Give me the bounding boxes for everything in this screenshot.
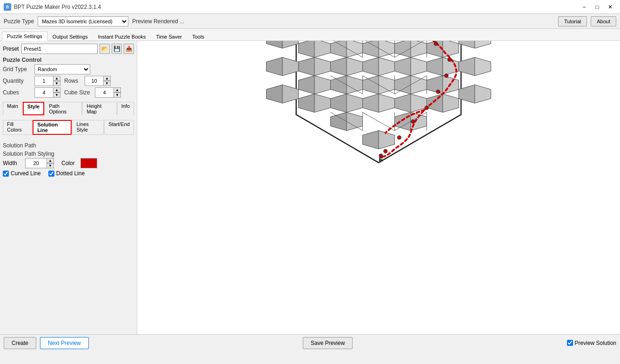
left-panel: Preset 📂 💾 📤 Puzzle Control Grid Type Ra… — [0, 41, 137, 334]
save-preview-button[interactable]: Save Preview — [303, 337, 353, 349]
preview-status: Preview Rendered ... — [132, 18, 184, 25]
width-label: Width — [3, 160, 21, 166]
dotted-line-checkbox[interactable]: Dotted Line — [48, 170, 85, 177]
tab-info[interactable]: Info — [117, 102, 134, 115]
rows-label: Rows — [64, 78, 81, 84]
puzzle-type-label: Puzzle Type — [4, 18, 34, 25]
checkbox-row: Curved Line Dotted Line — [3, 170, 134, 177]
cubes-spinner[interactable]: ▲ ▼ — [34, 87, 60, 98]
rows-spinner[interactable]: ▲ ▼ — [85, 76, 111, 86]
quantity-up[interactable]: ▲ — [53, 76, 60, 81]
about-button[interactable]: About — [591, 16, 616, 26]
inner-tab-strip: Main Style Path Options Height Map Info — [3, 102, 134, 115]
tab-main[interactable]: Main — [3, 102, 22, 115]
cube-size-spinner[interactable]: ▲ ▼ — [95, 87, 121, 98]
tab-puzzle-settings[interactable]: Puzzle Settings — [2, 32, 47, 41]
window-controls[interactable]: − □ ✕ — [578, 2, 616, 12]
tab-output-settings[interactable]: Output Settings — [47, 32, 93, 41]
close-button[interactable]: ✕ — [604, 2, 616, 12]
cubes-up[interactable]: ▲ — [53, 87, 60, 93]
quantity-input[interactable] — [34, 76, 53, 86]
curved-line-check[interactable] — [3, 171, 9, 177]
svg-point-118 — [448, 58, 452, 61]
quantity-spinner[interactable]: ▲ ▼ — [34, 76, 60, 86]
width-color-row: Width ▲ ▼ Color — [3, 158, 134, 168]
canvas-area: S E — [137, 41, 620, 334]
tab-style[interactable]: Style — [23, 102, 44, 115]
bottom-bar: Create Next Preview Save Preview Preview… — [0, 334, 620, 351]
svg-point-123 — [397, 135, 401, 139]
cube-size-input[interactable] — [95, 87, 113, 98]
bottom-right-controls: Preview Solution — [567, 340, 616, 346]
preset-input[interactable] — [21, 44, 98, 54]
subtab-fill-colors[interactable]: Fill Colors — [3, 120, 32, 135]
sub-tab-strip: Fill Colors Solution Line Lines Style St… — [3, 120, 134, 135]
solution-path-label: Solution Path — [3, 142, 134, 149]
tab-time-saver[interactable]: Time Saver — [151, 32, 187, 41]
cube-size-down[interactable]: ▼ — [113, 93, 121, 98]
svg-point-119 — [445, 73, 448, 77]
preset-save-button[interactable]: 💾 — [112, 44, 122, 54]
curved-line-checkbox[interactable]: Curved Line — [3, 170, 41, 177]
preset-row: Preset 📂 💾 📤 — [3, 44, 134, 54]
bottom-left-controls: Create Next Preview — [4, 337, 89, 349]
main-toolbar: Puzzle Type Mazes 3D Isometric (Licensed… — [0, 14, 620, 29]
puzzle-type-select[interactable]: Mazes 3D Isometric (Licensed) — [38, 16, 128, 26]
grid-type-label: Grid Type — [3, 66, 31, 73]
bottom-center: Save Preview — [303, 337, 353, 349]
tab-instant-puzzle-books[interactable]: Instant Puzzle Books — [93, 32, 151, 41]
puzzle-control-section: Puzzle Control Grid Type Random Hexagona… — [3, 57, 134, 99]
maze-preview: S E — [220, 41, 537, 334]
width-input[interactable] — [25, 158, 47, 168]
dotted-line-check[interactable] — [48, 171, 54, 177]
color-picker[interactable] — [80, 158, 97, 168]
menu-tab-strip: Puzzle Settings Output Settings Instant … — [0, 29, 620, 41]
subtab-solution-line[interactable]: Solution Line — [33, 120, 72, 135]
preset-label: Preset — [3, 46, 20, 52]
maximize-button[interactable]: □ — [591, 2, 603, 12]
cubes-cubesize-row: Cubes ▲ ▼ Cube Size ▲ ▼ — [3, 87, 134, 98]
quantity-down[interactable]: ▼ — [53, 81, 60, 86]
cubes-input[interactable] — [34, 87, 53, 98]
subtab-lines-style[interactable]: Lines Style — [72, 120, 104, 135]
quantity-label: Quantity — [3, 78, 31, 84]
preset-open-button[interactable]: 📂 — [100, 44, 110, 54]
grid-type-row: Grid Type Random Hexagonal Square — [3, 64, 134, 74]
preview-solution-check[interactable] — [567, 340, 573, 346]
width-up[interactable]: ▲ — [47, 158, 54, 163]
tutorial-button[interactable]: Tutorial — [558, 16, 587, 26]
app-icon: B — [4, 3, 11, 11]
width-spinner[interactable]: ▲ ▼ — [25, 158, 54, 168]
tab-path-options[interactable]: Path Options — [45, 102, 82, 115]
solution-path-styling-label: Solution Path Styling — [3, 151, 134, 157]
puzzle-control-title: Puzzle Control — [3, 57, 134, 63]
tab-height-map[interactable]: Height Map — [82, 102, 116, 115]
main-layout: Preset 📂 💾 📤 Puzzle Control Grid Type Ra… — [0, 41, 620, 334]
subtab-start-end[interactable]: Start/End — [104, 120, 134, 135]
svg-point-117 — [434, 41, 438, 45]
minimize-button[interactable]: − — [578, 2, 590, 12]
svg-text:E: E — [379, 156, 383, 162]
rows-down[interactable]: ▼ — [103, 81, 111, 86]
tab-tools[interactable]: Tools — [187, 32, 209, 41]
color-label: Color — [61, 160, 75, 166]
quantity-rows-row: Quantity ▲ ▼ Rows ▲ ▼ — [3, 76, 134, 86]
svg-point-120 — [436, 90, 440, 93]
rows-input[interactable] — [85, 76, 103, 86]
svg-point-124 — [384, 149, 387, 153]
grid-type-select[interactable]: Random Hexagonal Square — [34, 64, 90, 74]
create-button[interactable]: Create — [4, 337, 36, 349]
solution-path-section: Solution Path Solution Path Styling Widt… — [3, 140, 134, 177]
svg-point-121 — [425, 106, 428, 109]
rows-up[interactable]: ▲ — [103, 76, 111, 81]
title-bar: B BPT Puzzle Maker Pro v2022.3.1.4 − □ ✕ — [0, 0, 620, 14]
cubes-down[interactable]: ▼ — [53, 93, 60, 98]
preview-solution-checkbox[interactable]: Preview Solution — [567, 340, 616, 346]
cube-size-up[interactable]: ▲ — [113, 87, 121, 93]
preset-saveas-button[interactable]: 📤 — [124, 44, 134, 54]
cubes-label: Cubes — [3, 89, 31, 96]
width-down[interactable]: ▼ — [47, 163, 54, 168]
next-preview-button[interactable]: Next Preview — [40, 337, 89, 349]
window-title: BPT Puzzle Maker Pro v2022.3.1.4 — [14, 4, 101, 10]
cube-size-label: Cube Size — [64, 89, 91, 96]
